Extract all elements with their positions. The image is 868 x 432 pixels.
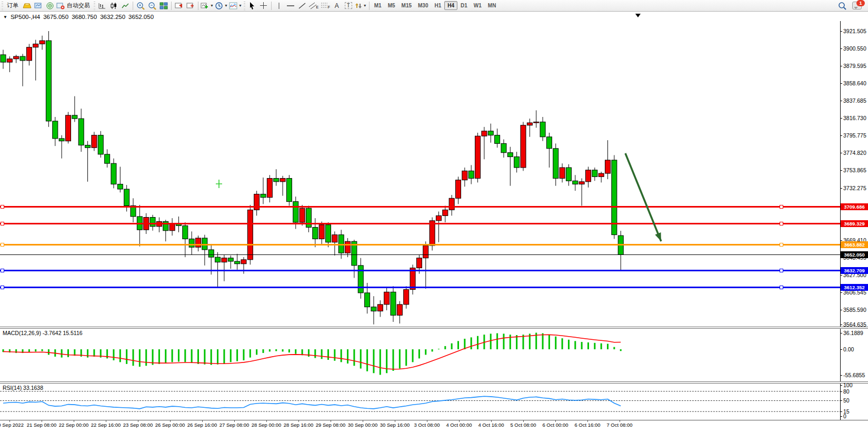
time-axis-label: 7 Oct 08:00 xyxy=(606,422,632,428)
rsi-panel-canvas[interactable] xyxy=(0,384,840,420)
arrows-tool-button[interactable]: ▼ xyxy=(354,1,367,11)
candle-up xyxy=(7,59,12,62)
macd-histogram-bar xyxy=(87,349,88,358)
main-chart-canvas[interactable] xyxy=(0,21,840,327)
indicators-button[interactable]: ▼ xyxy=(228,1,243,11)
line-handle[interactable] xyxy=(1,205,4,209)
line-handle[interactable] xyxy=(1,243,4,247)
chart-shift-marker[interactable] xyxy=(635,14,641,20)
macd-histogram-bar xyxy=(464,339,465,349)
crosshair-tool-button[interactable] xyxy=(258,1,270,11)
candle-down xyxy=(495,135,500,144)
timeframe-button-m30[interactable]: M30 xyxy=(415,1,431,10)
macd-panel-canvas[interactable] xyxy=(0,329,840,381)
line-handle[interactable] xyxy=(780,269,783,272)
candle-up xyxy=(560,168,565,178)
horizontal-line-tool[interactable] xyxy=(285,1,296,11)
cross-marker[interactable] xyxy=(216,180,222,188)
macd-histogram-bar xyxy=(347,349,348,364)
vertical-line-tool[interactable] xyxy=(273,1,285,11)
auto-arrange-button[interactable] xyxy=(173,1,185,11)
candlestick-type-button[interactable] xyxy=(108,1,119,11)
candle-up xyxy=(14,56,19,59)
macd-histogram-bar xyxy=(574,341,576,349)
macd-tick xyxy=(840,375,842,376)
line-handle[interactable] xyxy=(1,286,4,289)
cursor-tool-button[interactable] xyxy=(246,1,258,11)
radar-signal-icon[interactable] xyxy=(44,1,56,11)
time-axis-label: 5 Oct 08:00 xyxy=(510,422,536,428)
rsi-tick-label: 50 xyxy=(843,397,850,404)
macd-histogram-bar xyxy=(314,349,316,358)
macd-histogram-bar xyxy=(405,349,407,366)
candle-up xyxy=(300,208,305,222)
candle-down xyxy=(150,218,155,227)
horizontal-level-line[interactable] xyxy=(0,244,840,246)
text-tool[interactable]: A xyxy=(331,1,343,11)
tile-windows-button[interactable] xyxy=(158,1,169,11)
line-handle[interactable] xyxy=(1,222,4,225)
candle-up xyxy=(443,210,448,215)
candle-down xyxy=(72,115,77,119)
zoom-out-button[interactable] xyxy=(146,1,158,11)
arrange-windows-button[interactable] xyxy=(185,1,196,11)
horizontal-level-line[interactable] xyxy=(0,270,840,271)
candle-up xyxy=(66,115,71,141)
line-handle[interactable] xyxy=(780,205,783,209)
macd-histogram-bar xyxy=(243,349,244,360)
notifications-button[interactable]: 1 xyxy=(851,1,863,11)
one-click-expander-icon[interactable]: ▼ xyxy=(3,15,7,19)
timeframe-button-d1[interactable]: D1 xyxy=(457,1,471,10)
toolbar-grip[interactable] xyxy=(244,2,245,10)
macd-tick-label: 36.1889 xyxy=(843,330,863,336)
toolbar-separator xyxy=(271,2,272,10)
new-order-button[interactable]: 订单 xyxy=(4,1,21,11)
zoom-in-button[interactable] xyxy=(135,1,146,11)
new-chart-button[interactable]: ▼ xyxy=(200,1,214,11)
horizontal-level-line[interactable] xyxy=(0,287,840,288)
horizontal-level-line[interactable] xyxy=(0,223,840,224)
search-button[interactable] xyxy=(836,1,848,11)
ohlc-open: 3675.050 xyxy=(43,14,68,20)
macd-panel-separator[interactable] xyxy=(0,327,868,329)
time-axis-label: 26 Sep 00:00 xyxy=(155,422,185,428)
timeframe-button-m5[interactable]: M5 xyxy=(385,1,398,10)
timeframe-button-mn[interactable]: MN xyxy=(485,1,500,10)
toolbar-separator xyxy=(198,2,198,10)
horizontal-level-line[interactable] xyxy=(0,254,840,255)
toolbar-grip[interactable] xyxy=(2,2,3,10)
price-tick xyxy=(840,275,842,276)
timeframe-button-m1[interactable]: M1 xyxy=(371,1,385,10)
line-handle[interactable] xyxy=(1,269,4,272)
price-tick xyxy=(840,118,842,119)
line-chart-type-button[interactable] xyxy=(119,1,131,11)
timeframe-button-h1[interactable]: H1 xyxy=(431,1,444,10)
time-axis-label: 20 Sep 2022 xyxy=(0,422,24,428)
text-label-tool[interactable]: T xyxy=(343,1,354,11)
fibonacci-tool[interactable]: F xyxy=(320,1,331,11)
horizontal-level-line[interactable] xyxy=(0,206,840,208)
market-watch-icon[interactable] xyxy=(33,1,44,11)
autotrading-button[interactable]: 自动交易 xyxy=(56,1,93,11)
line-handle[interactable] xyxy=(780,286,783,289)
macd-histogram-bar xyxy=(568,340,570,349)
line-handle[interactable] xyxy=(780,243,783,247)
macd-histogram-bar xyxy=(471,337,472,349)
rsi-panel-separator[interactable] xyxy=(0,381,868,384)
trendline-tool[interactable] xyxy=(296,1,308,11)
timeframe-button-m15[interactable]: M15 xyxy=(398,1,415,10)
period-clock-button[interactable]: ▼ xyxy=(214,1,228,11)
line-handle[interactable] xyxy=(780,222,783,225)
macd-histogram-bar xyxy=(191,349,193,363)
candle-up xyxy=(521,125,526,168)
bar-chart-type-button[interactable] xyxy=(96,1,108,11)
macd-histogram-bar xyxy=(360,349,362,369)
macd-signal-line xyxy=(3,335,621,369)
equidistant-channel-tool[interactable]: E xyxy=(308,1,320,11)
toolbar-grip[interactable] xyxy=(94,2,95,10)
gold-ingot-icon[interactable] xyxy=(21,1,33,11)
candle-up xyxy=(404,290,409,305)
timeframe-button-w1[interactable]: W1 xyxy=(471,1,485,10)
timeframe-button-h4[interactable]: H4 xyxy=(444,1,457,10)
macd-indicator-label: MACD(12,26,9) -3.7642 15.5116 xyxy=(3,330,83,336)
